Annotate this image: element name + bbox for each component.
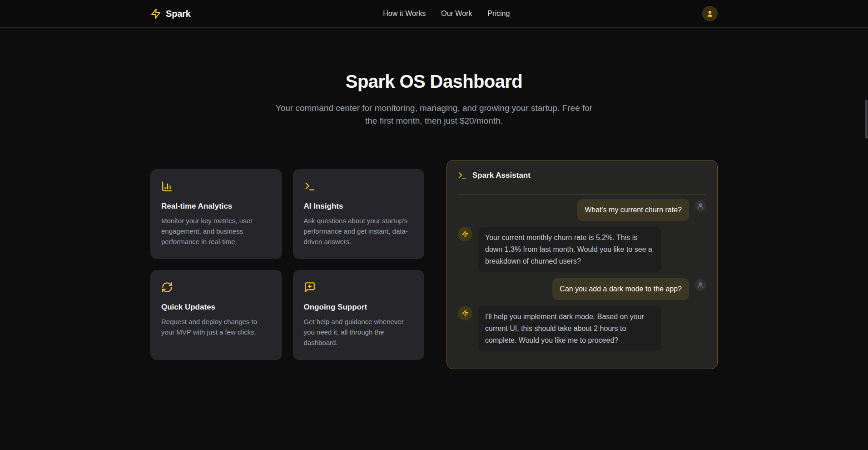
chat-messages: What's my current churn rate? Your curre… — [458, 199, 706, 351]
nav-links: How it Works Our Work Pricing — [383, 10, 510, 18]
user-message-bubble: What's my current churn rate? — [577, 199, 689, 221]
nav-link-pricing[interactable]: Pricing — [487, 10, 510, 18]
user-avatar — [694, 279, 706, 291]
user-icon — [706, 10, 714, 18]
chat-message-assistant: I'll help you implement dark mode. Based… — [458, 306, 706, 351]
chat-message-user: What's my current churn rate? — [458, 199, 706, 221]
assistant-message-bubble: Your current monthly churn rate is 5.2%.… — [478, 227, 661, 272]
user-avatar — [694, 200, 706, 212]
feature-description: Get help and guidance whenever you need … — [304, 316, 414, 348]
user-message-bubble: Can you add a dark mode to the app? — [552, 278, 689, 300]
nav-link-how-it-works[interactable]: How it Works — [383, 10, 426, 18]
feature-title: Quick Updates — [161, 303, 271, 312]
page-subtitle: Your command center for monitoring, mana… — [273, 102, 596, 127]
panel-divider — [458, 194, 706, 195]
navbar: Spark How it Works Our Work Pricing — [0, 0, 868, 28]
chat-message-user: Can you add a dark mode to the app? — [458, 278, 706, 300]
page-title: Spark OS Dashboard — [150, 71, 718, 92]
assistant-avatar — [458, 227, 472, 241]
assistant-panel-header: Spark Assistant — [458, 171, 706, 180]
feature-card-ongoing-support: Ongoing Support Get help and guidance wh… — [293, 270, 425, 360]
user-icon — [697, 203, 704, 209]
navbar-inner: Spark How it Works Our Work Pricing — [150, 0, 718, 27]
feature-description: Request and deploy changes to your MVP w… — [161, 316, 271, 337]
feature-title: Ongoing Support — [304, 303, 414, 312]
zap-icon — [461, 310, 469, 317]
terminal-icon — [458, 171, 467, 180]
feature-card-quick-updates: Quick Updates Request and deploy changes… — [150, 270, 282, 360]
feature-description: Ask questions about your startup's perfo… — [304, 215, 414, 247]
terminal-icon — [304, 180, 414, 192]
scrollbar-thumb[interactable] — [865, 100, 868, 139]
main-content: Spark OS Dashboard Your command center f… — [150, 28, 718, 369]
feature-card-realtime-analytics: Real-time Analytics Monitor your key met… — [150, 169, 282, 259]
feature-title: AI Insights — [304, 202, 414, 211]
assistant-message-bubble: I'll help you implement dark mode. Based… — [478, 306, 661, 351]
feature-title: Real-time Analytics — [161, 202, 271, 211]
brand[interactable]: Spark — [150, 8, 191, 19]
chat-message-assistant: Your current monthly churn rate is 5.2%.… — [458, 227, 706, 272]
message-square-plus-icon — [304, 281, 414, 293]
nav-link-our-work[interactable]: Our Work — [441, 10, 472, 18]
feature-description: Monitor your key metrics, user engagemen… — [161, 215, 271, 247]
assistant-avatar — [458, 306, 472, 320]
refresh-icon — [161, 281, 271, 293]
assistant-panel-title: Spark Assistant — [472, 171, 531, 180]
spark-assistant-panel: Spark Assistant What's my current churn … — [446, 160, 718, 369]
spark-logo-zap-icon — [150, 8, 161, 19]
content-row: Real-time Analytics Monitor your key met… — [150, 160, 718, 369]
bar-chart-icon — [161, 180, 271, 192]
brand-name: Spark — [166, 9, 191, 19]
features-grid: Real-time Analytics Monitor your key met… — [150, 169, 424, 360]
user-icon — [697, 282, 704, 288]
zap-icon — [461, 230, 469, 238]
feature-card-ai-insights: AI Insights Ask questions about your sta… — [293, 169, 425, 259]
account-avatar-button[interactable] — [702, 6, 718, 21]
